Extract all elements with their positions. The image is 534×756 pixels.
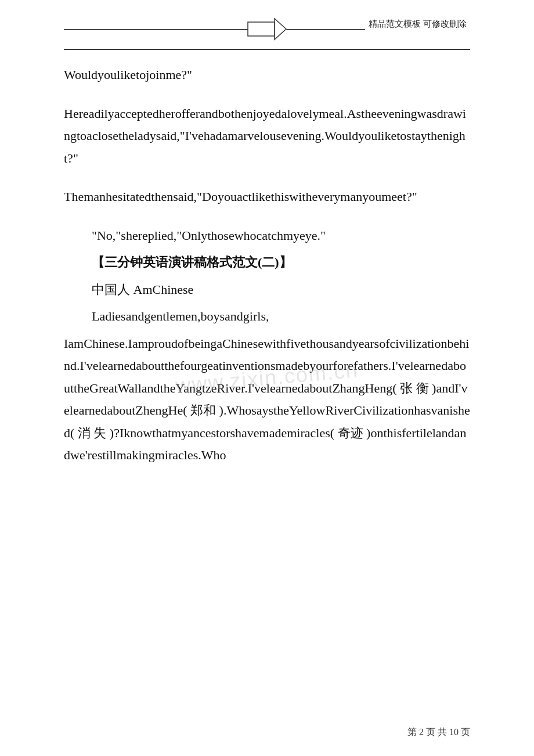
para7-text: Ladiesandgentlemen,boysandgirls, [92, 309, 269, 323]
page-container: 精品范文模板 可修改删除 www.zixin.com.cn Wouldyouli… [0, 0, 534, 756]
footer-text: 第 2 页 共 10 页 [407, 727, 470, 737]
svg-marker-1 [275, 19, 286, 39]
paragraph-8: IamChinese.IamproudofbeingaChinesewithfi… [64, 333, 470, 467]
svg-rect-0 [248, 22, 275, 36]
para4-text: "No,"shereplied,"Onlythosewhocatchmyeye.… [92, 228, 326, 243]
page-footer: 第 2 页 共 10 页 [407, 726, 470, 739]
para1-text: Wouldyouliketojoinme?" [64, 67, 192, 82]
para2-text: Hereadilyacceptedherofferandbothenjoyeda… [64, 106, 466, 165]
para8-text: IamChinese.IamproudofbeingaChinesewithfi… [64, 336, 470, 463]
header-watermark-text: 精品范文模板 可修改删除 [369, 19, 467, 28]
paragraph-2: Hereadilyacceptedherofferandbothenjoyeda… [64, 103, 470, 170]
header-watermark-label: 精品范文模板 可修改删除 [365, 17, 470, 31]
header-area: 精品范文模板 可修改删除 [64, 17, 470, 49]
header-arrow [247, 17, 287, 41]
para3-text: Themanhesitatedthensaid,"Doyouactlikethi… [64, 189, 417, 204]
para5-text: 【三分钟英语演讲稿格式范文(二)】 [92, 255, 292, 269]
paragraph-5-title: 【三分钟英语演讲稿格式范文(二)】 [64, 251, 470, 274]
paragraph-3: Themanhesitatedthensaid,"Doyouactlikethi… [64, 186, 470, 208]
paragraph-4: "No,"shereplied,"Onlythosewhocatchmyeye.… [64, 225, 470, 247]
paragraph-7: Ladiesandgentlemen,boysandgirls, [64, 305, 470, 328]
header-row: 精品范文模板 可修改删除 [64, 17, 470, 31]
para6-text: 中国人 AmChinese [92, 282, 193, 297]
paragraph-6: 中国人 AmChinese [64, 279, 470, 301]
paragraph-1: Wouldyouliketojoinme?" [64, 64, 470, 87]
divider [64, 49, 470, 50]
main-content: Wouldyouliketojoinme?" Hereadilyaccepted… [64, 64, 470, 467]
